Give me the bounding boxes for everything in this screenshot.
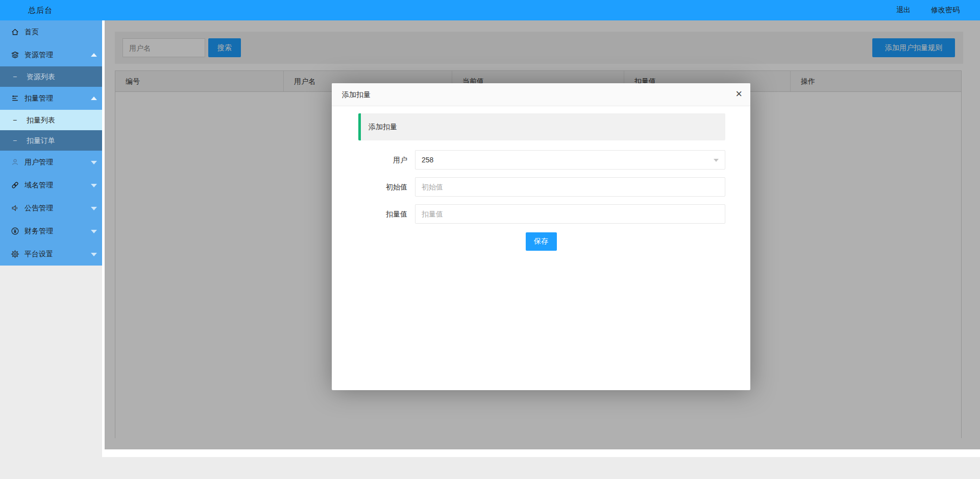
deduction-value-input[interactable] — [415, 204, 725, 224]
header-links: 退出 修改密码 — [896, 6, 980, 15]
dash-icon — [13, 110, 24, 130]
chevron-down-icon — [714, 159, 719, 162]
sidebar-item-deduction-list[interactable]: 扣量列表 — [0, 110, 102, 130]
sidebar-item-label: 域名管理 — [24, 181, 53, 190]
sidebar-item-label: 扣量管理 — [24, 94, 53, 103]
sidebar-item-label: 资源列表 — [27, 73, 55, 81]
app-header: 总后台 退出 修改密码 — [0, 0, 980, 20]
sidebar-item-resource-management[interactable]: 资源管理 — [0, 43, 102, 66]
sidebar-item-finance-management[interactable]: 财务管理 — [0, 220, 102, 243]
app-screen: 总后台 退出 修改密码 首页 资源管理 — [0, 0, 980, 479]
save-row: 保存 — [332, 232, 750, 251]
link-icon — [10, 181, 19, 190]
modal-header: 添加扣量 × — [332, 83, 750, 106]
page-footer-strip — [102, 456, 980, 457]
user-field-row: 用户 258 — [332, 150, 750, 170]
sidebar-item-deduction-management[interactable]: 扣量管理 — [0, 87, 102, 110]
chevron-up-icon — [91, 97, 97, 100]
sidebar-item-label: 平台设置 — [24, 250, 53, 259]
app-title: 总后台 — [28, 6, 53, 15]
sidebar: 首页 资源管理 资源列表 扣量管理 — [0, 20, 102, 266]
sidebar-item-resource-list[interactable]: 资源列表 — [0, 66, 102, 87]
save-button[interactable]: 保存 — [526, 232, 557, 251]
sidebar-item-platform-settings[interactable]: 平台设置 — [0, 243, 102, 266]
sidebar-item-label: 扣量订单 — [27, 136, 55, 145]
chevron-down-icon — [91, 184, 97, 187]
deduction-value-field-row: 扣量值 — [332, 204, 750, 224]
transfer-icon — [10, 94, 19, 103]
sidebar-item-user-management[interactable]: 用户管理 — [0, 151, 102, 174]
chevron-down-icon — [91, 161, 97, 164]
dash-icon — [13, 66, 24, 87]
initial-value-field-row: 初始值 — [332, 177, 750, 197]
sidebar-item-announcement-management[interactable]: 公告管理 — [0, 197, 102, 220]
chevron-down-icon — [91, 230, 97, 233]
sidebar-item-label: 公告管理 — [24, 204, 53, 213]
modal-title: 添加扣量 — [332, 83, 750, 106]
sidebar-item-label: 财务管理 — [24, 227, 53, 236]
user-field-label: 用户 — [332, 150, 407, 170]
initial-value-label: 初始值 — [332, 177, 407, 197]
home-icon — [10, 28, 19, 37]
sidebar-item-domain-management[interactable]: 域名管理 — [0, 174, 102, 197]
sidebar-item-home[interactable]: 首页 — [0, 20, 102, 43]
chevron-down-icon — [91, 253, 97, 256]
deduction-value-label: 扣量值 — [332, 204, 407, 224]
yen-icon — [10, 227, 19, 236]
sidebar-item-label: 扣量列表 — [27, 116, 55, 124]
initial-value-input[interactable] — [415, 177, 725, 197]
chevron-down-icon — [91, 207, 97, 210]
sidebar-item-label: 资源管理 — [24, 51, 53, 60]
user-icon — [10, 158, 19, 167]
gear-icon — [10, 250, 19, 259]
sidebar-item-label: 用户管理 — [24, 158, 53, 167]
add-deduction-modal: 添加扣量 × 添加扣量 用户 258 初始值 扣量值 保存 — [332, 83, 750, 390]
close-icon[interactable]: × — [736, 83, 742, 105]
logout-link[interactable]: 退出 — [896, 6, 911, 15]
user-select-value: 258 — [422, 156, 433, 164]
user-select[interactable]: 258 — [415, 150, 725, 170]
change-password-link[interactable]: 修改密码 — [931, 6, 960, 15]
modal-alert: 添加扣量 — [358, 113, 725, 140]
chevron-up-icon — [91, 53, 97, 57]
layers-icon — [10, 51, 19, 60]
speaker-icon — [10, 204, 19, 213]
sidebar-item-label: 首页 — [24, 28, 39, 37]
sidebar-item-deduction-orders[interactable]: 扣量订单 — [0, 130, 102, 151]
dash-icon — [13, 130, 24, 151]
